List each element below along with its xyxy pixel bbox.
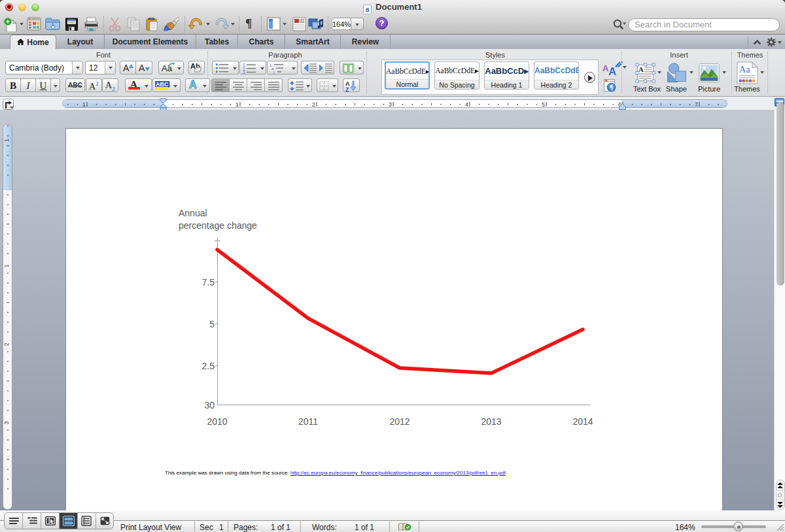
svg-text:1: 1 — [82, 101, 86, 108]
svg-text:1: 1 — [236, 101, 239, 108]
svg-text:7: 7 — [695, 101, 698, 108]
svg-text:¶: ¶ — [610, 84, 613, 91]
svg-text:Aa: Aa — [739, 65, 751, 75]
svg-text:5: 5 — [542, 101, 545, 108]
svg-text:3: 3 — [243, 70, 245, 74]
svg-text:4: 4 — [465, 101, 468, 108]
svg-text:A: A — [608, 65, 616, 77]
svg-text:3: 3 — [3, 421, 10, 424]
svg-text:3: 3 — [389, 101, 392, 108]
svg-text:2: 2 — [3, 342, 10, 346]
svg-text:i: i — [273, 71, 274, 75]
svg-text:A: A — [638, 65, 644, 73]
svg-text:1: 1 — [3, 139, 10, 142]
svg-text:Z: Z — [345, 86, 349, 91]
svg-text:1: 1 — [3, 264, 10, 267]
svg-text:2: 2 — [312, 101, 315, 108]
